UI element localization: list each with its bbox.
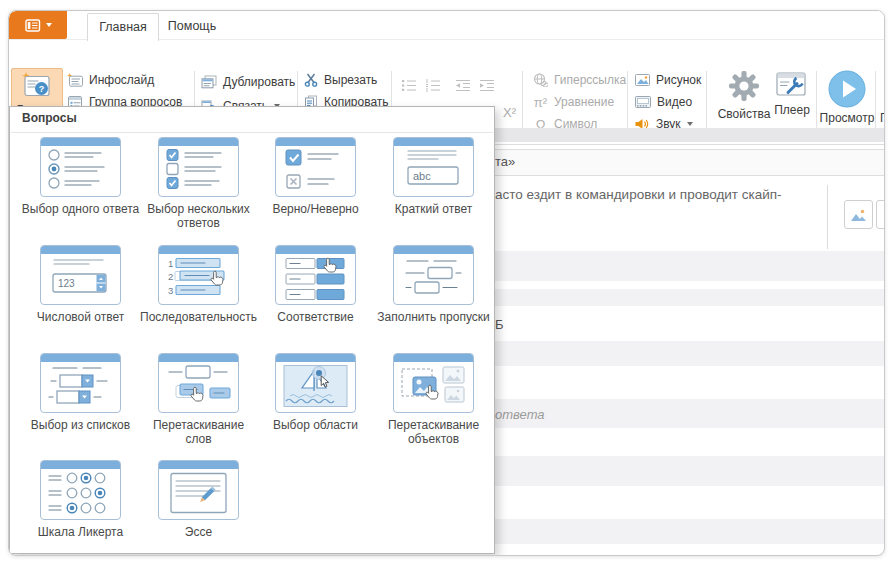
tile-titlebar	[276, 354, 355, 362]
preview-play-icon	[827, 69, 867, 109]
svg-text:3: 3	[168, 285, 173, 296]
publish-button[interactable]: Публикация	[880, 111, 885, 125]
question-type-dropdown-choice[interactable]	[40, 353, 121, 413]
bullet-list-button[interactable]	[401, 78, 417, 96]
question-slide-icon: ?	[22, 72, 52, 100]
question-type-label: Числовой ответ	[21, 310, 140, 324]
tab-bar: Главная Помощь	[9, 11, 884, 39]
hyperlink-label: Гиперссылка	[554, 73, 626, 87]
short-answer-icon: abc	[394, 146, 473, 195]
app-menu-caret-icon	[46, 23, 52, 27]
tile-titlebar	[41, 461, 120, 469]
question-type-drag-words[interactable]	[158, 353, 239, 413]
tab-home[interactable]: Главная	[87, 13, 159, 41]
infoslide-button[interactable]: Инфослайд	[67, 70, 154, 90]
equation-icon: π²	[533, 95, 548, 110]
tile-titlebar	[41, 246, 120, 254]
add-media-icon	[884, 207, 886, 223]
question-type-essay[interactable]	[158, 460, 239, 520]
infoslide-icon	[67, 73, 83, 87]
tab-help[interactable]: Помощь	[159, 14, 225, 39]
tile-titlebar	[159, 246, 238, 254]
tab-home-label: Главная	[99, 20, 147, 34]
multiple-choice-icon	[159, 146, 238, 195]
indent-icon	[479, 79, 495, 92]
questions-panel-title: Вопросы	[22, 111, 77, 125]
tile-titlebar	[159, 461, 238, 469]
cut-label: Вырезать	[324, 73, 377, 87]
question-type-drag-objects[interactable]	[393, 353, 474, 413]
drag-objects-icon	[394, 362, 473, 411]
question-type-short-answer[interactable]: abc	[393, 137, 474, 197]
question-type-likert-scale[interactable]	[40, 460, 121, 520]
video-icon	[635, 96, 651, 108]
question-type-label: Верно/Неверно	[256, 202, 375, 216]
answer-row-stripe	[449, 251, 884, 281]
equation-label: Уравнение	[554, 95, 614, 109]
single-choice-icon	[41, 146, 120, 195]
question-type-multiple-choice[interactable]	[158, 137, 239, 197]
superscript-button[interactable]: X²	[503, 104, 516, 122]
question-type-matching[interactable]	[275, 245, 356, 305]
tile-titlebar	[394, 246, 473, 254]
likert-scale-icon	[41, 469, 120, 518]
question-type-label: Перетаскивание объектов	[374, 418, 493, 446]
app-menu-button[interactable]	[9, 11, 67, 39]
questions-panel: Вопросы Выбор одного ответа	[9, 106, 495, 554]
tile-titlebar	[276, 138, 355, 146]
duplicate-label: Дублировать	[223, 75, 295, 89]
hyperlink-button[interactable]: Гиперссылка	[533, 70, 626, 90]
cut-button[interactable]: Вырезать	[304, 70, 377, 90]
cut-icon	[304, 73, 318, 87]
screenshot-canvas: Главная Помощь ? Вопрос	[0, 0, 896, 566]
equation-button[interactable]: π² Уравнение	[533, 92, 614, 112]
duplicate-button[interactable]: Дублировать	[201, 72, 295, 92]
answer-row-stripe	[449, 289, 884, 306]
matching-icon	[276, 254, 355, 303]
add-media-button[interactable]	[876, 200, 885, 229]
outdent-button[interactable]	[455, 78, 471, 96]
bullet-list-icon	[401, 79, 417, 92]
tile-titlebar	[394, 354, 473, 362]
tile-titlebar	[159, 138, 238, 146]
question-type-hotspot[interactable]	[275, 353, 356, 413]
add-picture-button[interactable]	[844, 200, 873, 229]
preview-label: Просмотр	[820, 111, 875, 125]
slide-title-fragment: та»	[495, 154, 515, 169]
dropdown-choice-icon	[41, 362, 120, 411]
question-type-fill-blanks[interactable]	[393, 245, 474, 305]
numbered-list-button[interactable]	[425, 78, 441, 96]
question-type-true-false[interactable]	[275, 137, 356, 197]
question-type-label: Выбор из списков	[21, 418, 140, 432]
video-button[interactable]: Видео	[635, 92, 692, 112]
question-type-label: Заполнить пропуски	[374, 310, 493, 324]
picture-button[interactable]: Рисунок	[635, 70, 701, 90]
tile-titlebar	[276, 246, 355, 254]
svg-text:2: 2	[168, 271, 173, 282]
svg-text:abc: abc	[413, 170, 431, 182]
video-label: Видео	[657, 95, 692, 109]
question-type-single-choice[interactable]	[40, 137, 121, 197]
svg-text:123: 123	[58, 278, 75, 289]
sound-caret-icon	[687, 122, 693, 126]
question-type-label: Соответствие	[256, 310, 375, 324]
sequence-icon: 1 2 3	[159, 254, 238, 303]
background-letter-fragment: Б	[495, 317, 504, 332]
app-window: Главная Помощь ? Вопрос	[8, 10, 885, 556]
fill-blanks-icon	[394, 254, 473, 303]
tile-titlebar	[394, 138, 473, 146]
question-type-label: Выбор нескольких ответов	[139, 202, 258, 230]
indent-button[interactable]	[479, 78, 495, 96]
player-label: Плеер	[774, 103, 810, 117]
hotspot-icon	[276, 362, 355, 411]
question-type-label: Выбор области	[256, 418, 375, 432]
true-false-icon	[276, 146, 355, 195]
hyperlink-icon	[533, 73, 548, 87]
question-type-numeric[interactable]: 123	[40, 245, 121, 305]
answer-row-stripe	[449, 519, 884, 544]
question-type-label: Выбор одного ответа	[21, 202, 140, 216]
drag-words-icon	[159, 362, 238, 411]
question-type-sequence[interactable]: 1 2 3	[158, 245, 239, 305]
question-type-label: Шкала Ликерта	[21, 525, 140, 539]
preview-button[interactable]: Просмотр	[807, 69, 885, 132]
